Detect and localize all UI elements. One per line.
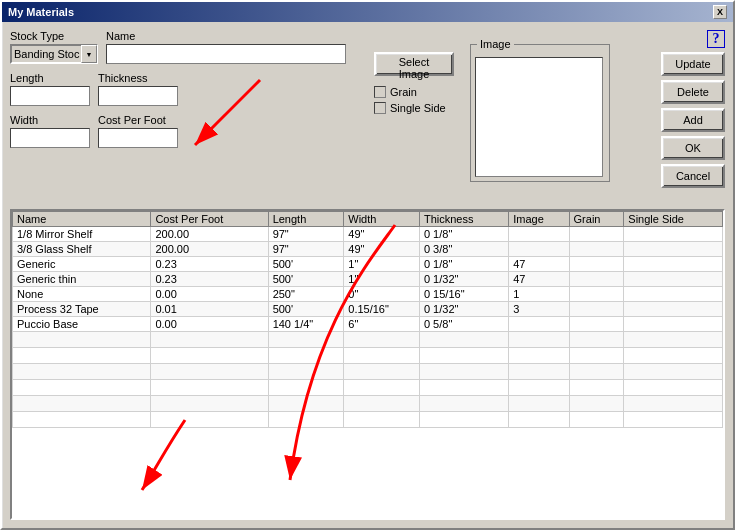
table-cell-empty	[509, 364, 569, 380]
table-row[interactable]: Puccio Base0.00140 1/4"6"0 5/8"	[13, 317, 723, 332]
table-cell: 0 5/8"	[419, 317, 508, 332]
table-cell	[569, 227, 624, 242]
table-cell: 1"	[344, 257, 420, 272]
table-cell-empty	[268, 380, 344, 396]
table-cell-empty	[344, 412, 420, 428]
table-cell	[509, 227, 569, 242]
length-input[interactable]	[10, 86, 90, 106]
table-cell-empty	[419, 380, 508, 396]
close-button[interactable]: X	[713, 5, 727, 19]
table-cell	[509, 242, 569, 257]
table-cell: 1"	[344, 272, 420, 287]
table-cell: 0 1/32"	[419, 302, 508, 317]
table-cell: Process 32 Tape	[13, 302, 151, 317]
table-cell: Puccio Base	[13, 317, 151, 332]
table-cell: 6"	[344, 317, 420, 332]
table-cell-empty	[13, 364, 151, 380]
thickness-input[interactable]	[98, 86, 178, 106]
table-cell: 200.00	[151, 227, 268, 242]
table-cell-empty	[569, 332, 624, 348]
col-cost-per-foot: Cost Per Foot	[151, 212, 268, 227]
width-group: Width	[10, 114, 90, 148]
table-cell-empty	[419, 396, 508, 412]
table-cell-empty	[419, 364, 508, 380]
ok-button[interactable]: OK	[661, 136, 725, 160]
table-cell-empty	[624, 348, 723, 364]
table-cell	[509, 317, 569, 332]
materials-table-container[interactable]: Name Cost Per Foot Length Width Thicknes…	[10, 209, 725, 520]
table-cell-empty	[624, 364, 723, 380]
table-cell: 0.23	[151, 272, 268, 287]
table-header-row: Name Cost Per Foot Length Width Thicknes…	[13, 212, 723, 227]
table-cell-empty	[569, 396, 624, 412]
table-cell-empty	[268, 364, 344, 380]
table-row[interactable]: Generic0.23500'1"0 1/8"47	[13, 257, 723, 272]
grain-label: Grain	[390, 86, 417, 98]
table-cell	[624, 242, 723, 257]
col-grain: Grain	[569, 212, 624, 227]
cost-per-foot-group: Cost Per Foot	[98, 114, 178, 148]
help-icon[interactable]: ?	[707, 30, 725, 48]
table-cell	[624, 257, 723, 272]
table-row[interactable]: Generic thin0.23500'1"0 1/32"47	[13, 272, 723, 287]
length-label: Length	[10, 72, 90, 84]
table-row-empty	[13, 332, 723, 348]
table-cell: 49"	[344, 242, 420, 257]
grain-checkbox[interactable]	[374, 86, 386, 98]
table-cell-empty	[151, 396, 268, 412]
image-group: Image	[470, 44, 610, 182]
table-cell-empty	[509, 412, 569, 428]
table-cell-empty	[624, 380, 723, 396]
table-cell-empty	[13, 396, 151, 412]
name-input[interactable]	[106, 44, 346, 64]
single-side-checkbox[interactable]	[374, 102, 386, 114]
table-cell-empty	[509, 380, 569, 396]
table-cell: 200.00	[151, 242, 268, 257]
stock-type-select[interactable]: Banding Stoc Sheet Solid Wood Other	[10, 44, 98, 64]
table-row-empty	[13, 364, 723, 380]
table-cell: Generic thin	[13, 272, 151, 287]
col-length: Length	[268, 212, 344, 227]
table-row[interactable]: 1/8 Mirror Shelf200.0097"49"0 1/8"	[13, 227, 723, 242]
select-image-button[interactable]: Select Image	[374, 52, 454, 76]
cancel-button[interactable]: Cancel	[661, 164, 725, 188]
table-row-empty	[13, 412, 723, 428]
single-side-row: Single Side	[374, 102, 454, 114]
table-row[interactable]: 3/8 Glass Shelf200.0097"49"0 3/8"	[13, 242, 723, 257]
table-cell	[624, 287, 723, 302]
table-cell-empty	[151, 364, 268, 380]
update-button[interactable]: Update	[661, 52, 725, 76]
table-row[interactable]: Process 32 Tape0.01500'0.15/16"0 1/32"3	[13, 302, 723, 317]
table-cell-empty	[344, 380, 420, 396]
table-row[interactable]: None0.00250"0"0 15/16"1	[13, 287, 723, 302]
table-cell: 49"	[344, 227, 420, 242]
table-cell-empty	[624, 412, 723, 428]
materials-table: Name Cost Per Foot Length Width Thicknes…	[12, 211, 723, 428]
add-button[interactable]: Add	[661, 108, 725, 132]
table-cell	[624, 272, 723, 287]
table-cell-empty	[13, 348, 151, 364]
table-cell: 500'	[268, 257, 344, 272]
table-cell	[624, 302, 723, 317]
table-cell-empty	[344, 364, 420, 380]
stock-type-select-container[interactable]: Banding Stoc Sheet Solid Wood Other ▼	[10, 44, 98, 64]
col-single-side: Single Side	[624, 212, 723, 227]
table-cell-empty	[509, 396, 569, 412]
table-cell: 1/8 Mirror Shelf	[13, 227, 151, 242]
width-input[interactable]	[10, 128, 90, 148]
table-cell: 0 1/8"	[419, 227, 508, 242]
table-cell: Generic	[13, 257, 151, 272]
table-cell-empty	[151, 332, 268, 348]
right-buttons: Update Delete Add OK Cancel	[661, 52, 725, 188]
col-thickness: Thickness	[419, 212, 508, 227]
table-cell-empty	[344, 332, 420, 348]
col-image: Image	[509, 212, 569, 227]
main-window: My Materials X	[0, 0, 735, 530]
table-cell-empty	[569, 380, 624, 396]
cost-per-foot-input[interactable]	[98, 128, 178, 148]
table-cell-empty	[151, 380, 268, 396]
stock-type-group: Stock Type Banding Stoc Sheet Solid Wood…	[10, 30, 98, 64]
center-form: Select Image Grain Single Side	[374, 52, 454, 114]
table-cell: 0.00	[151, 287, 268, 302]
delete-button[interactable]: Delete	[661, 80, 725, 104]
